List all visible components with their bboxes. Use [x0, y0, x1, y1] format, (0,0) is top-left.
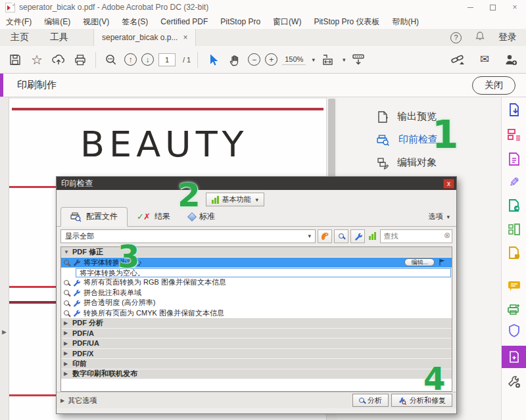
list-group-row[interactable]: ▶ PDF/X — [61, 349, 452, 360]
edit-pdf-icon[interactable] — [507, 152, 521, 166]
menu-view[interactable]: 视图(V) — [83, 16, 109, 28]
pitstop-filter-button[interactable] — [318, 229, 332, 243]
triangle-right-icon[interactable]: ▶ — [64, 350, 69, 356]
search-icon[interactable] — [103, 51, 120, 68]
export-pdf-icon[interactable] — [507, 103, 521, 117]
group-label: PDF/UA — [72, 339, 99, 347]
menu-edit[interactable]: 编辑(E) — [44, 16, 70, 28]
acrobat-window: seperator_bicak o.pdf - Adobe Acrobat Pr… — [0, 0, 526, 420]
favorite-star-icon[interactable]: ☆ — [28, 51, 45, 68]
tab-close-icon[interactable]: × — [183, 33, 187, 42]
maximize-button[interactable] — [481, 0, 504, 14]
dialog-title-bar[interactable]: 印前检查 x — [57, 177, 456, 190]
library-bars-icon[interactable] — [369, 232, 376, 240]
select-tool-icon[interactable] — [204, 51, 222, 68]
tab-document[interactable]: seperator_bicak o.p... × — [93, 29, 196, 46]
share-link-icon[interactable] — [450, 51, 467, 68]
print-production-icon[interactable] — [507, 302, 521, 317]
clear-search-icon[interactable]: ⊗ — [444, 231, 450, 239]
email-icon[interactable]: ✉ — [476, 51, 493, 68]
tab-results[interactable]: ✓✗ 结果 — [128, 208, 179, 226]
zoom-in-icon[interactable]: + — [265, 53, 277, 66]
menu-certified-pdf[interactable]: Certified PDF — [160, 17, 208, 26]
menu-pitstop-dashboard[interactable]: PitStop Pro 仪表板 — [314, 16, 379, 28]
organize-pages-icon[interactable] — [507, 128, 521, 142]
sign-in-link[interactable]: 登录 — [498, 32, 517, 43]
tab-profiles[interactable]: 配置文件 — [60, 207, 128, 227]
fit-caret-icon[interactable]: ▾ — [343, 57, 346, 63]
close-button[interactable]: × — [504, 0, 526, 14]
tab-home[interactable]: 主页 — [0, 29, 39, 46]
list-group-row[interactable]: ▶ PDF/A — [61, 329, 452, 339]
menu-sign[interactable]: 签名(S) — [122, 16, 148, 28]
triangle-down-icon[interactable]: ▼ — [64, 249, 69, 255]
previous-page-icon[interactable]: ↑ — [124, 53, 137, 66]
options-dropdown[interactable]: 选项 ▾ — [428, 212, 456, 226]
close-print-production-button[interactable]: 关闭 — [472, 76, 515, 95]
bell-icon[interactable] — [475, 31, 485, 44]
list-group-row[interactable]: ▶ PDF 分析 — [61, 318, 452, 329]
dialog-close-icon[interactable]: x — [443, 179, 454, 189]
main-area: ▶ BEAUTY 输出预览 — [0, 97, 526, 420]
library-dropdown-button[interactable]: 基本功能 ▾ — [206, 193, 264, 206]
panel-item-output-preview[interactable]: 输出预览 — [337, 105, 501, 128]
triangle-right-icon[interactable]: ▶ — [64, 340, 69, 346]
help-icon[interactable]: ? — [450, 32, 462, 43]
triangle-right-icon[interactable]: ▶ — [64, 361, 69, 367]
left-pane-strip[interactable]: ▶ — [0, 97, 9, 420]
list-item-row[interactable]: 拼合透明度 (高分辨率) — [61, 298, 452, 308]
menu-help[interactable]: 帮助(H) — [392, 16, 419, 28]
list-item-row[interactable]: 拼合批注和表单域 — [61, 288, 452, 298]
active-tool-tile[interactable] — [502, 346, 526, 368]
share-cloud-icon[interactable] — [50, 51, 67, 68]
triangle-right-icon[interactable]: ▶ — [64, 330, 69, 336]
next-page-icon[interactable]: ↓ — [141, 53, 154, 66]
show-all-dropdown[interactable]: 显示全部 ▾ — [60, 229, 316, 243]
zoom-level-value[interactable]: 150% — [282, 54, 306, 65]
collapse-toolbar-icon[interactable] — [350, 51, 367, 68]
check-magnifier-icon — [64, 300, 69, 306]
save-icon[interactable] — [7, 51, 24, 68]
triangle-right-icon[interactable]: ▶ — [64, 320, 69, 326]
check-magnifier-icon — [64, 260, 69, 265]
protect-shield-icon[interactable] — [507, 323, 521, 338]
list-item-row[interactable]: 转换所有页面为 CMYK 图像并保留文本信息 — [61, 308, 452, 319]
menu-file[interactable]: 文件(F) — [6, 16, 32, 28]
list-group-row[interactable]: ▶ 数字印刷和联机发布 — [61, 369, 452, 380]
other-options-label: 其它选项 — [68, 396, 97, 406]
fill-sign-icon[interactable]: ✎ — [507, 175, 521, 189]
list-group-row[interactable]: ▶ 印前 — [61, 359, 452, 369]
fixup-wrench-icon — [72, 299, 80, 307]
search-input[interactable] — [380, 229, 453, 243]
panel-item-edit-object[interactable]: 编辑对象 — [337, 151, 501, 174]
menu-window[interactable]: 窗口(W) — [273, 16, 301, 28]
hand-tool-icon[interactable] — [226, 51, 243, 68]
zoom-caret-icon[interactable]: ▾ — [312, 57, 315, 63]
triangle-right-icon[interactable]: ▶ — [64, 371, 69, 377]
list-item-row[interactable]: 将所有页面转换为 RGB 图像并保留文本信息 — [61, 277, 452, 288]
list-group-row[interactable]: ▶ PDF/UA — [61, 338, 452, 349]
analyze-button[interactable]: 分析 — [352, 394, 389, 407]
minimize-button[interactable] — [459, 0, 481, 14]
combine-files-icon[interactable] — [507, 222, 521, 237]
zoom-out-icon[interactable]: − — [248, 53, 260, 66]
fixup-filter-button[interactable] — [350, 229, 365, 243]
comment-icon[interactable] — [507, 279, 521, 293]
pitstop-icon — [320, 231, 329, 241]
send-review-icon[interactable] — [507, 198, 521, 213]
search-field[interactable]: ⊗ — [380, 229, 453, 243]
other-options-toggle[interactable]: ▶ 其它选项 — [60, 396, 97, 406]
tab-tools[interactable]: 工具 — [39, 29, 79, 46]
expand-pane-icon[interactable]: ▶ — [2, 329, 7, 335]
fit-width-icon[interactable] — [320, 51, 337, 68]
add-person-icon[interactable] — [502, 51, 519, 68]
print-icon[interactable] — [72, 51, 89, 68]
request-signatures-icon[interactable] — [507, 246, 521, 260]
add-tools-icon[interactable] — [507, 375, 521, 389]
edit-button[interactable]: 编辑... — [404, 258, 435, 266]
panel-item-preflight[interactable]: 印前检查 — [337, 128, 501, 151]
toolbar-separator — [95, 52, 96, 68]
menu-pitstop-pro[interactable]: PitStop Pro — [220, 17, 260, 26]
search-profiles-button[interactable] — [334, 229, 348, 243]
page-number-input[interactable] — [158, 53, 176, 66]
